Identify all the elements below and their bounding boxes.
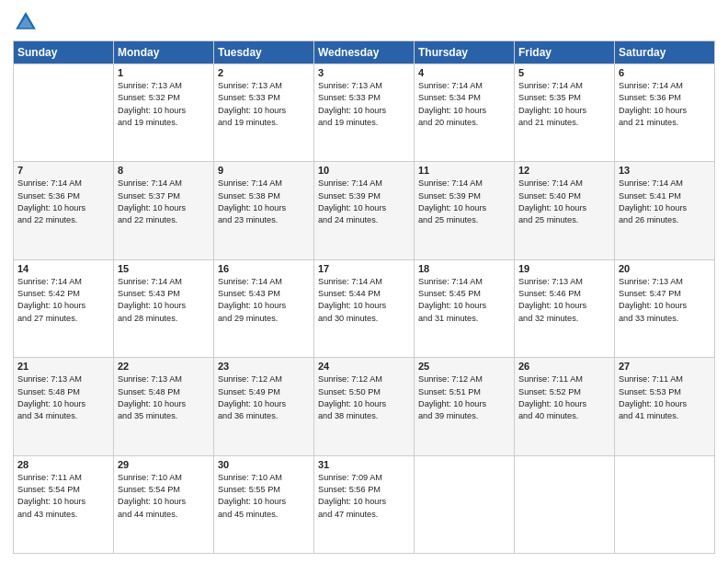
cell-content: Sunrise: 7:14 AMSunset: 5:39 PMDaylight:… xyxy=(418,178,510,226)
day-number: 24 xyxy=(318,361,410,372)
logo xyxy=(13,9,42,35)
day-number: 21 xyxy=(17,361,109,372)
calendar-cell: 22Sunrise: 7:13 AMSunset: 5:48 PMDayligh… xyxy=(114,358,214,455)
calendar-header: SundayMondayTuesdayWednesdayThursdayFrid… xyxy=(14,41,715,64)
cell-content: Sunrise: 7:12 AMSunset: 5:51 PMDaylight:… xyxy=(418,373,510,422)
cell-content: Sunrise: 7:14 AMSunset: 5:36 PMDaylight:… xyxy=(619,80,711,129)
day-number: 28 xyxy=(17,459,109,470)
week-row-3: 21Sunrise: 7:13 AMSunset: 5:48 PMDayligh… xyxy=(14,358,715,455)
day-number: 6 xyxy=(619,67,711,78)
day-number: 20 xyxy=(619,263,711,274)
cell-content: Sunrise: 7:14 AMSunset: 5:34 PMDaylight:… xyxy=(418,80,510,129)
cell-content: Sunrise: 7:13 AMSunset: 5:33 PMDaylight:… xyxy=(218,80,310,129)
day-number: 11 xyxy=(418,165,510,176)
cell-content: Sunrise: 7:14 AMSunset: 5:36 PMDaylight:… xyxy=(17,178,109,226)
calendar-cell xyxy=(615,455,715,553)
cell-content: Sunrise: 7:10 AMSunset: 5:54 PMDaylight:… xyxy=(118,472,210,521)
cell-content: Sunrise: 7:11 AMSunset: 5:53 PMDaylight:… xyxy=(619,373,711,422)
calendar-cell: 11Sunrise: 7:14 AMSunset: 5:39 PMDayligh… xyxy=(415,162,515,259)
calendar-cell: 18Sunrise: 7:14 AMSunset: 5:45 PMDayligh… xyxy=(415,259,515,357)
day-number: 18 xyxy=(418,263,510,274)
calendar-cell: 2Sunrise: 7:13 AMSunset: 5:33 PMDaylight… xyxy=(214,64,314,162)
calendar-cell: 30Sunrise: 7:10 AMSunset: 5:55 PMDayligh… xyxy=(214,455,314,553)
calendar-cell: 13Sunrise: 7:14 AMSunset: 5:41 PMDayligh… xyxy=(615,162,715,259)
calendar-cell: 25Sunrise: 7:12 AMSunset: 5:51 PMDayligh… xyxy=(415,358,515,455)
cell-content: Sunrise: 7:13 AMSunset: 5:32 PMDaylight:… xyxy=(118,80,210,129)
calendar-cell: 29Sunrise: 7:10 AMSunset: 5:54 PMDayligh… xyxy=(114,455,214,553)
logo-icon xyxy=(13,9,39,35)
calendar-cell: 8Sunrise: 7:14 AMSunset: 5:37 PMDaylight… xyxy=(114,162,214,259)
calendar-cell xyxy=(14,64,114,162)
cell-content: Sunrise: 7:14 AMSunset: 5:42 PMDaylight:… xyxy=(17,276,109,325)
calendar-cell: 7Sunrise: 7:14 AMSunset: 5:36 PMDaylight… xyxy=(14,162,114,259)
calendar-cell: 4Sunrise: 7:14 AMSunset: 5:34 PMDaylight… xyxy=(415,64,515,162)
day-number: 22 xyxy=(118,361,210,372)
calendar-cell: 24Sunrise: 7:12 AMSunset: 5:50 PMDayligh… xyxy=(314,358,415,455)
day-number: 2 xyxy=(218,67,310,78)
cell-content: Sunrise: 7:12 AMSunset: 5:50 PMDaylight:… xyxy=(318,373,410,422)
day-number: 13 xyxy=(619,165,711,176)
day-number: 31 xyxy=(318,459,410,470)
day-number: 30 xyxy=(218,459,310,470)
week-row-2: 14Sunrise: 7:14 AMSunset: 5:42 PMDayligh… xyxy=(14,259,715,357)
day-number: 27 xyxy=(619,361,711,372)
day-number: 19 xyxy=(518,263,610,274)
week-row-0: 1Sunrise: 7:13 AMSunset: 5:32 PMDaylight… xyxy=(14,64,715,162)
cell-content: Sunrise: 7:14 AMSunset: 5:39 PMDaylight:… xyxy=(318,178,410,226)
day-number: 23 xyxy=(218,361,310,372)
day-header-sunday: Sunday xyxy=(14,41,114,64)
cell-content: Sunrise: 7:14 AMSunset: 5:41 PMDaylight:… xyxy=(619,178,711,226)
day-header-wednesday: Wednesday xyxy=(314,41,415,64)
day-number: 14 xyxy=(17,263,109,274)
calendar-cell: 19Sunrise: 7:13 AMSunset: 5:46 PMDayligh… xyxy=(515,259,615,357)
day-header-tuesday: Tuesday xyxy=(214,41,314,64)
calendar-cell: 15Sunrise: 7:14 AMSunset: 5:43 PMDayligh… xyxy=(114,259,214,357)
calendar-cell: 31Sunrise: 7:09 AMSunset: 5:56 PMDayligh… xyxy=(314,455,415,553)
day-number: 7 xyxy=(17,165,109,176)
day-header-saturday: Saturday xyxy=(615,41,715,64)
day-header-friday: Friday xyxy=(515,41,615,64)
cell-content: Sunrise: 7:10 AMSunset: 5:55 PMDaylight:… xyxy=(218,472,310,521)
day-number: 12 xyxy=(518,165,610,176)
day-number: 3 xyxy=(318,67,410,78)
calendar-cell: 5Sunrise: 7:14 AMSunset: 5:35 PMDaylight… xyxy=(515,64,615,162)
cell-content: Sunrise: 7:13 AMSunset: 5:48 PMDaylight:… xyxy=(17,373,109,422)
day-number: 5 xyxy=(518,67,610,78)
week-row-1: 7Sunrise: 7:14 AMSunset: 5:36 PMDaylight… xyxy=(14,162,715,259)
calendar-cell xyxy=(515,455,615,553)
cell-content: Sunrise: 7:13 AMSunset: 5:48 PMDaylight:… xyxy=(118,373,210,422)
day-number: 25 xyxy=(418,361,510,372)
calendar-cell: 10Sunrise: 7:14 AMSunset: 5:39 PMDayligh… xyxy=(314,162,415,259)
day-number: 16 xyxy=(218,263,310,274)
calendar-cell: 23Sunrise: 7:12 AMSunset: 5:49 PMDayligh… xyxy=(214,358,314,455)
header xyxy=(13,9,715,35)
day-header-thursday: Thursday xyxy=(415,41,515,64)
day-number: 10 xyxy=(318,165,410,176)
calendar-cell: 16Sunrise: 7:14 AMSunset: 5:43 PMDayligh… xyxy=(214,259,314,357)
cell-content: Sunrise: 7:14 AMSunset: 5:43 PMDaylight:… xyxy=(218,276,310,325)
day-number: 9 xyxy=(218,165,310,176)
day-number: 26 xyxy=(518,361,610,372)
calendar-cell: 1Sunrise: 7:13 AMSunset: 5:32 PMDaylight… xyxy=(114,64,214,162)
cell-content: Sunrise: 7:11 AMSunset: 5:54 PMDaylight:… xyxy=(17,472,109,521)
calendar-cell: 6Sunrise: 7:14 AMSunset: 5:36 PMDaylight… xyxy=(615,64,715,162)
day-number: 8 xyxy=(118,165,210,176)
day-number: 1 xyxy=(118,67,210,78)
cell-content: Sunrise: 7:14 AMSunset: 5:43 PMDaylight:… xyxy=(118,276,210,325)
cell-content: Sunrise: 7:14 AMSunset: 5:45 PMDaylight:… xyxy=(418,276,510,325)
cell-content: Sunrise: 7:14 AMSunset: 5:44 PMDaylight:… xyxy=(318,276,410,325)
cell-content: Sunrise: 7:13 AMSunset: 5:33 PMDaylight:… xyxy=(318,80,410,129)
calendar-cell: 28Sunrise: 7:11 AMSunset: 5:54 PMDayligh… xyxy=(14,455,114,553)
calendar-cell: 21Sunrise: 7:13 AMSunset: 5:48 PMDayligh… xyxy=(14,358,114,455)
cell-content: Sunrise: 7:14 AMSunset: 5:38 PMDaylight:… xyxy=(218,178,310,226)
calendar-cell: 14Sunrise: 7:14 AMSunset: 5:42 PMDayligh… xyxy=(14,259,114,357)
calendar-cell: 27Sunrise: 7:11 AMSunset: 5:53 PMDayligh… xyxy=(615,358,715,455)
calendar-cell: 20Sunrise: 7:13 AMSunset: 5:47 PMDayligh… xyxy=(615,259,715,357)
cell-content: Sunrise: 7:14 AMSunset: 5:40 PMDaylight:… xyxy=(518,178,610,226)
calendar-cell: 9Sunrise: 7:14 AMSunset: 5:38 PMDaylight… xyxy=(214,162,314,259)
calendar-cell: 17Sunrise: 7:14 AMSunset: 5:44 PMDayligh… xyxy=(314,259,415,357)
cell-content: Sunrise: 7:09 AMSunset: 5:56 PMDaylight:… xyxy=(318,472,410,521)
calendar-table: SundayMondayTuesdayWednesdayThursdayFrid… xyxy=(13,40,715,554)
cell-content: Sunrise: 7:13 AMSunset: 5:47 PMDaylight:… xyxy=(619,276,711,325)
calendar-body: 1Sunrise: 7:13 AMSunset: 5:32 PMDaylight… xyxy=(14,64,715,554)
